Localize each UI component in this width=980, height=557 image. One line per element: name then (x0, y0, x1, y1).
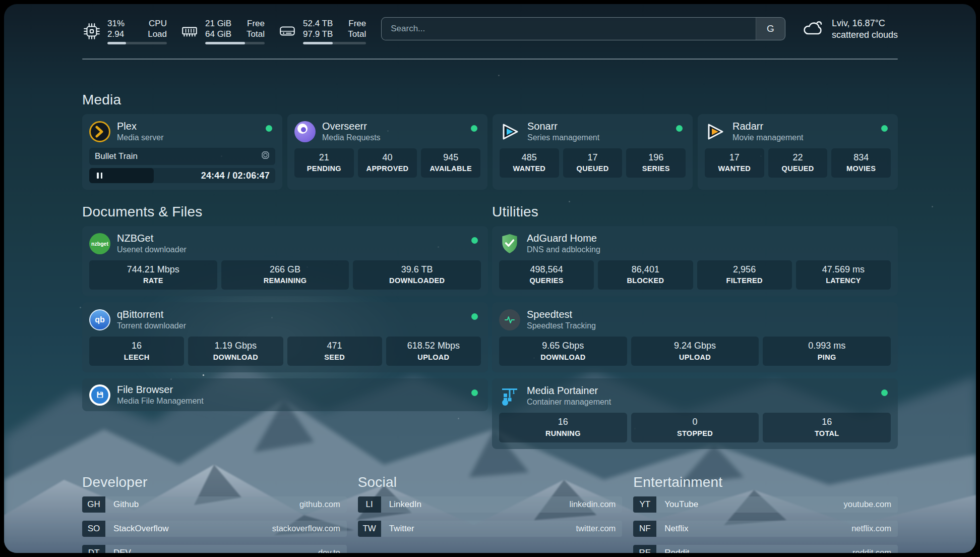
cpu-widget: 31% 2.94 CPU Load (82, 18, 167, 45)
bookmark-abbr: DT (82, 545, 105, 553)
pause-icon (89, 168, 154, 183)
service-card-speedtest[interactable]: Speedtest Speedtest Tracking 9.65 Gbps D… (492, 302, 898, 372)
disk-progressbar (303, 42, 366, 44)
stat-box: 471 SEED (287, 337, 382, 366)
service-title: qBittorrent (117, 309, 186, 320)
service-card-filebrowser[interactable]: File Browser Media File Management (82, 378, 488, 411)
cloud-icon (802, 19, 825, 39)
service-card-plex[interactable]: Plex Media server Bullet Train (82, 114, 282, 190)
cpu-usage: 31% (107, 19, 125, 28)
adguard-icon (499, 233, 520, 254)
bookmark-dev[interactable]: DT DEV dev.to (82, 545, 347, 553)
bookmark-name: YouTube (656, 496, 843, 513)
service-description: DNS and adblocking (527, 245, 600, 254)
bookmark-stackoverflow[interactable]: SO StackOverflow stackoverflow.com (82, 521, 347, 537)
status-dot (471, 125, 477, 132)
service-card-radarr[interactable]: Radarr Movie management 17 WANTED 22 QUE… (698, 114, 898, 190)
disk-total-label: Total (348, 29, 366, 39)
service-card-nzbget[interactable]: nzbget NZBGet Usenet downloader 744.21 M… (82, 226, 488, 296)
stat-box: 9.65 Gbps DOWNLOAD (499, 337, 627, 366)
playback-bar: 24:44 / 02:06:47 (89, 168, 275, 183)
section-title-entertainment: Entertainment (633, 474, 898, 490)
cpu-label: CPU (149, 19, 167, 28)
service-title: Plex (117, 121, 163, 132)
bookmark-reddit[interactable]: RE Reddit reddit.com (633, 545, 898, 553)
status-dot (471, 237, 478, 244)
memory-progressbar (205, 42, 265, 44)
bookmark-name: DEV (105, 545, 318, 553)
service-title: Sonarr (527, 121, 599, 132)
service-card-portainer[interactable]: Media Portainer Container management 16 … (492, 378, 898, 449)
service-title: Overseerr (322, 121, 381, 132)
bookmark-url: reddit.com (852, 545, 898, 553)
memory-total-label: Total (247, 29, 265, 39)
stat-box: 2,956 FILTERED (697, 260, 792, 290)
service-card-adguard[interactable]: AdGuard Home DNS and adblocking 498,564 … (492, 226, 898, 296)
stat-box: 17 QUEUED (563, 148, 623, 178)
service-card-qbittorrent[interactable]: qb qBittorrent Torrent downloader 16 LEE… (82, 302, 488, 372)
section-title-media: Media (82, 92, 898, 108)
disk-widget: 52.4 TB 97.9 TB Free Total (278, 18, 366, 45)
service-card-overseerr[interactable]: Overseerr Media Requests 21 PENDING 40 A… (287, 114, 487, 190)
stat-box: 945 AVAILABLE (421, 148, 480, 178)
stat-box: 86,401 BLOCKED (598, 260, 693, 290)
search-provider-button[interactable]: G (756, 18, 785, 40)
service-description: Speedtest Tracking (527, 321, 596, 330)
bookmark-name: Netflix (656, 521, 851, 537)
weather-location: Lviv, 16.87°C (832, 18, 898, 29)
cpu-icon (82, 22, 101, 41)
bookmark-abbr: YT (633, 496, 656, 513)
stat-box: 1.19 Gbps DOWNLOAD (188, 337, 283, 366)
bookmark-url: youtube.com (844, 496, 898, 513)
service-description: Torrent downloader (117, 321, 186, 330)
bookmark-youtube[interactable]: YT YouTube youtube.com (633, 496, 898, 513)
dashboard-frame: 31% 2.94 CPU Load (0, 0, 980, 557)
section-title-documents: Documents & Files (82, 204, 488, 220)
cpu-progressbar (107, 42, 167, 44)
search-bar: G (381, 17, 785, 40)
service-title: Media Portainer (527, 385, 611, 397)
bookmark-url: linkedin.com (570, 496, 623, 513)
bookmark-url: netflix.com (851, 521, 898, 537)
bookmark-name: StackOverflow (105, 521, 272, 537)
memory-icon (180, 22, 199, 41)
bookmark-netflix[interactable]: NF Netflix netflix.com (633, 521, 898, 537)
weather-widget: Lviv, 16.87°C scattered clouds (802, 18, 898, 41)
speedtest-icon (499, 309, 520, 330)
cpu-load: 2.94 (107, 29, 124, 39)
status-dot (471, 313, 478, 320)
disk-free: 52.4 TB (303, 19, 333, 28)
stat-box: 485 WANTED (500, 148, 559, 178)
filebrowser-icon (89, 384, 110, 406)
status-dot (881, 389, 888, 396)
bookmark-linkedin[interactable]: LI LinkedIn linkedin.com (358, 496, 623, 513)
status-dot (266, 125, 272, 132)
bookmark-group-entertainment: Entertainment YT YouTube youtube.com NF … (633, 474, 898, 553)
stat-box: 22 QUEUED (768, 148, 828, 178)
memory-free-label: Free (247, 19, 265, 28)
service-title: Radarr (732, 121, 804, 132)
stat-box: 0.993 ms PING (763, 337, 891, 366)
search-input[interactable] (382, 18, 756, 40)
stat-box: 47.569 ms LATENCY (796, 260, 891, 290)
bookmark-name: LinkedIn (381, 496, 570, 513)
resource-widgets: 31% 2.94 CPU Load (82, 18, 366, 45)
section-title-social: Social (358, 474, 623, 490)
service-card-sonarr[interactable]: Sonarr Series management 485 WANTED 17 Q… (493, 114, 693, 190)
status-dot (676, 125, 683, 132)
nzbget-icon: nzbget (89, 233, 110, 254)
service-description: Media File Management (117, 397, 204, 406)
service-description: Media Requests (322, 133, 381, 142)
stat-box: 744.21 Mbps RATE (89, 260, 217, 290)
stat-box: 0 STOPPED (631, 413, 759, 442)
bookmark-group-developer: Developer GH Github github.com SO StackO… (82, 474, 347, 553)
service-description: Media server (117, 133, 163, 142)
bookmark-github[interactable]: GH Github github.com (82, 496, 347, 513)
stat-box: 9.24 Gbps UPLOAD (631, 337, 759, 366)
bookmark-abbr: TW (358, 521, 381, 537)
overseerr-icon (294, 121, 316, 142)
cpu-load-label: Load (148, 29, 167, 39)
plex-icon (89, 121, 110, 142)
bookmark-twitter[interactable]: TW Twitter twitter.com (358, 521, 623, 537)
memory-total: 64 GiB (205, 29, 231, 39)
